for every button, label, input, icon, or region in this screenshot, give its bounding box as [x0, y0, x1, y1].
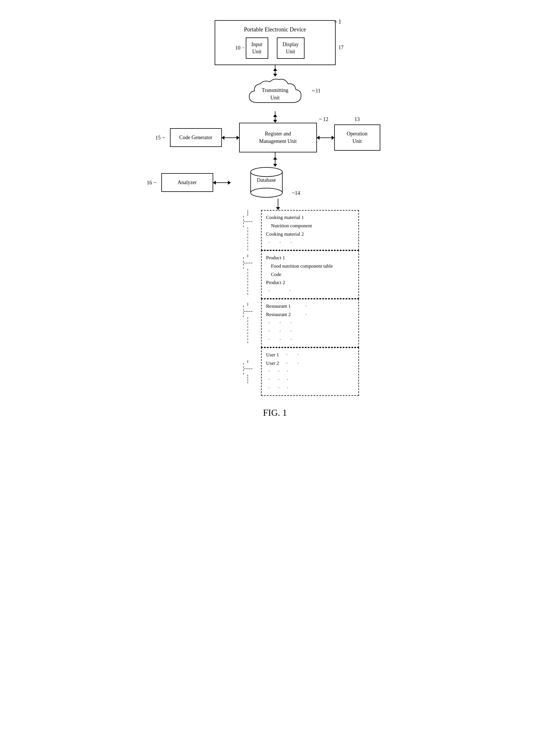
device-num-label: 1	[339, 18, 341, 25]
device-box: Portable Electronic Device 10 ~ InputUni…	[215, 20, 336, 65]
analyzer-num: 16	[147, 179, 152, 186]
device-title: Portable Electronic Device	[221, 25, 329, 33]
database-num: ~14	[292, 190, 300, 196]
analyzer-box: Analyzer	[161, 173, 213, 192]
analyzer-row: 16 ~ Analyzer Database	[151, 167, 399, 199]
svg-point-2	[251, 188, 282, 197]
input-unit-num: 10	[235, 45, 241, 52]
cloud-container: TransmittingUnit	[243, 77, 307, 111]
cooking-material-table: Cooking material 1 Nutrition component C…	[243, 210, 359, 250]
fig-label: FIG. 1	[263, 407, 287, 418]
register-num: 12	[323, 116, 328, 122]
transmitting-unit-label: TransmittingUnit	[262, 87, 288, 101]
code-gen-num: 15	[156, 135, 161, 141]
data-tables-section: Cooking material 1 Nutrition component C…	[237, 210, 359, 396]
svg-point-1	[251, 167, 282, 177]
middle-row: 15 ~ Code Generator Register andManageme…	[151, 123, 399, 152]
transmitting-num-tilde: ~	[312, 88, 315, 94]
display-unit-num: 17	[339, 45, 344, 50]
transmitting-num: 11	[315, 88, 320, 94]
product-table: Product 1 Food nutrition component table…	[243, 250, 359, 299]
operation-unit-box: OperationUnit	[334, 124, 380, 150]
display-unit-box: DisplayUnit	[277, 37, 305, 59]
register-box: Register andManagement Unit	[239, 123, 317, 152]
restaurant-table: Restaurant 1 · Restaurant 2 · · · · · · …	[243, 299, 359, 347]
operation-num: 13	[355, 116, 360, 122]
input-unit-box: InputUnit	[246, 37, 268, 59]
user-table: User 1 · · User 2 · · · · · · · · · · ·	[243, 347, 359, 396]
device-num: ~	[334, 18, 337, 25]
code-generator-box: Code Generator	[170, 128, 222, 147]
database-label: Database	[257, 177, 276, 183]
